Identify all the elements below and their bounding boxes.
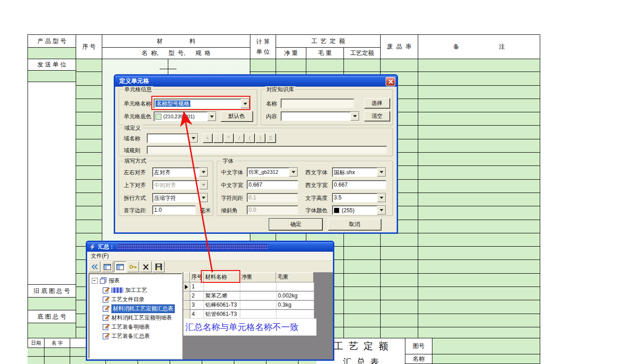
h-align-label: 左右对齐	[124, 169, 146, 176]
grid-row[interactable]: 2 聚苯乙烯 0.002kg	[183, 292, 314, 301]
grid-header-net[interactable]: 净重	[240, 272, 276, 282]
save-button[interactable]	[153, 261, 165, 272]
tree-item-machining-process[interactable]: 加工工艺	[103, 286, 147, 294]
grid-cell[interactable]: 聚苯乙烯	[204, 292, 240, 300]
obscured-title-text	[117, 244, 268, 250]
chevron-down-icon[interactable]	[207, 112, 216, 121]
divide-op-button[interactable]: /	[234, 133, 244, 143]
dialog-titlebar[interactable]: 定义单元格	[115, 76, 397, 87]
chevron-down-icon[interactable]	[377, 168, 386, 176]
grid-row[interactable]: 3 铝棒6061-T3 0.3kg	[183, 301, 314, 310]
cell-bgcolor-combobox[interactable]: (210,239,201)	[154, 111, 216, 121]
grid-row[interactable]: 4 铝管6061-T3	[183, 310, 314, 319]
default-color-button[interactable]: 默认色	[221, 111, 253, 121]
chevron-down-icon[interactable]	[289, 168, 298, 176]
font-color-combobox[interactable]: (255)	[332, 205, 386, 215]
kb-name-field[interactable]	[281, 99, 354, 108]
knowledge-base-group: 对应知识库 名称 选择 内容 清空	[261, 89, 393, 125]
tree-item-tooling-detail[interactable]: 工艺装备明细表	[103, 323, 150, 331]
tree-item-tooling-summary[interactable]: 工艺装备汇总表	[103, 332, 150, 340]
select-button[interactable]: 选择	[364, 98, 390, 108]
chevron-down-icon[interactable]	[199, 168, 208, 176]
grid-cell[interactable]: 铝管6061-T3	[204, 310, 240, 319]
fill-mode-group: 填写方式 左右对齐 左对齐 上下对齐 中间对齐 拆行方式 压缩字符 首字边距 1…	[119, 161, 213, 216]
ok-button[interactable]: 确定	[269, 219, 322, 230]
crosshair-cursor-icon	[160, 69, 177, 69]
grid-cell[interactable]	[277, 282, 314, 291]
wrap-mode-combobox[interactable]: 压缩字符	[152, 193, 208, 203]
tree-root-reports[interactable]: 报表	[92, 276, 120, 285]
first-char-margin-field[interactable]: 1.0	[152, 205, 196, 215]
menu-file[interactable]: 文件(F)	[87, 252, 112, 260]
row-selector[interactable]	[183, 310, 190, 319]
header-quota-group: 工 艺 定 额	[276, 34, 381, 48]
cell-empty	[28, 70, 76, 82]
multiply-op-button[interactable]: *	[224, 133, 233, 143]
grid-cell[interactable]: 2	[190, 292, 204, 300]
grid-corner	[183, 272, 190, 282]
en-font-combobox[interactable]: 国标.shx	[332, 167, 386, 177]
report-tree-panel[interactable]: 报表 加工工艺 工艺文件目录	[89, 273, 182, 358]
en-width-field[interactable]: 0.667	[332, 180, 386, 189]
plus-op-button[interactable]: +	[203, 133, 212, 143]
h-align-value: 左对齐	[153, 168, 199, 176]
clear-button[interactable]: 清空	[364, 111, 390, 121]
grid-cell[interactable]	[240, 282, 277, 291]
chevron-down-icon[interactable]	[189, 134, 198, 143]
v-align-label: 上下对齐	[124, 182, 146, 189]
grid-row[interactable]: 1	[183, 282, 314, 292]
close-button[interactable]	[386, 77, 395, 86]
grid-cell[interactable]: 0.002kg	[277, 292, 314, 300]
domain-rule-field[interactable]	[147, 146, 387, 154]
minus-op-button[interactable]: -	[213, 133, 223, 143]
grid-cell[interactable]	[277, 310, 314, 319]
font-group: 字体 中文字体 仿宋_gb2312 西文字体 国标.shx 中文字宽 0.667…	[217, 161, 393, 216]
x-delete-icon	[143, 264, 149, 270]
v-align-value: 中间对齐	[153, 181, 199, 189]
h-align-combobox[interactable]: 左对齐	[152, 167, 208, 177]
tree-item-material-quota-detail[interactable]: 材料消耗工艺定额明细表	[103, 314, 172, 322]
grid-cell[interactable]	[240, 310, 277, 319]
grid-header-gross[interactable]: 毛重	[276, 272, 314, 282]
cn-font-combobox[interactable]: 仿宋_gb2312	[247, 167, 298, 177]
kb-content-combobox[interactable]	[281, 111, 360, 121]
cn-width-field[interactable]: 0.667	[247, 180, 298, 189]
close-paren-button[interactable]: )	[255, 133, 265, 143]
row-selector[interactable]	[183, 292, 190, 301]
grid-line	[70, 338, 70, 364]
grid-cell[interactable]	[240, 292, 277, 300]
tree-collapse-icon[interactable]	[92, 278, 98, 284]
kb-name-label: 名称	[266, 100, 277, 108]
header-remark: 备 注	[418, 34, 540, 59]
grid-cell[interactable]: 1	[190, 282, 204, 291]
open-paren-button[interactable]: (	[245, 133, 255, 143]
app-lightning-icon	[89, 244, 96, 250]
grid-line	[540, 34, 540, 364]
row-selector[interactable]	[183, 301, 190, 310]
text-height-label: 文字高度	[305, 194, 327, 202]
domain-name-combobox[interactable]	[147, 133, 198, 143]
group-legend: 对应知识库	[265, 86, 295, 93]
chevron-down-icon[interactable]	[377, 206, 386, 215]
grid-cell[interactable]: 3	[190, 301, 204, 309]
sigma-sum-button[interactable]: Σ	[266, 133, 276, 143]
tree-item-material-quota-summary[interactable]: 材料消耗工艺定额汇总表	[103, 304, 175, 313]
grid-cell[interactable]	[204, 282, 240, 291]
grid-cell[interactable]: 0.3kg	[277, 301, 314, 309]
chevron-down-icon[interactable]	[350, 112, 359, 121]
summary-titlebar[interactable]: 汇总：	[87, 242, 333, 252]
layout-split-pane-button[interactable]	[114, 261, 126, 272]
cancel-button[interactable]: 取消	[328, 219, 381, 230]
layout-left-pane-button[interactable]	[101, 261, 113, 272]
grid-cell[interactable]	[240, 301, 277, 309]
row-selector[interactable]	[183, 282, 190, 292]
back-button[interactable]	[89, 261, 100, 272]
grid-cell[interactable]: 4	[190, 310, 204, 319]
key-button[interactable]	[127, 261, 139, 272]
chevron-down-icon[interactable]	[199, 193, 208, 202]
grid-cell[interactable]: 铝棒6061-T3	[204, 301, 240, 309]
delete-button[interactable]	[140, 261, 152, 272]
text-height-combobox[interactable]: 3.5	[332, 193, 386, 203]
chevron-down-icon[interactable]	[377, 193, 386, 202]
tree-item-process-file-catalog[interactable]: 工艺文件目录	[103, 295, 144, 303]
